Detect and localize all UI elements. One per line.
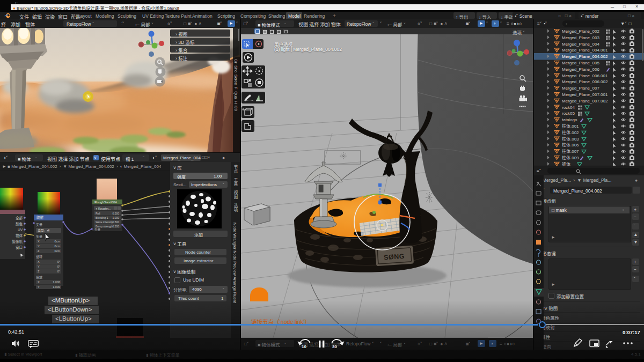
svg-text:1.000: 1.000 (53, 285, 60, 289)
svg-text:Merged_Plane_006: Merged_Plane_006 (562, 67, 599, 72)
svg-text:Y: Y (38, 245, 40, 248)
svg-text:◐ Roughn...: ◐ Roughn... (96, 207, 111, 210)
svg-text:颜色映射: 颜色映射 (119, 337, 132, 338)
svg-text:Wave intensity: Wave intensity (96, 220, 113, 224)
svg-text:0.500: 0.500 (112, 220, 119, 224)
svg-text:SØNG: SØNG (384, 253, 405, 262)
svg-text:柱体.003: 柱体.003 (562, 136, 579, 142)
svg-text:柱体.001: 柱体.001 (562, 123, 579, 129)
svg-text:0.200: 0.200 (112, 225, 119, 228)
svg-text:旋转: 旋转 (36, 255, 42, 259)
svg-text:矢量: 矢量 (36, 234, 42, 239)
svg-text:0°: 0° (57, 270, 60, 273)
svg-text:Merged_Plane_004.002: Merged_Plane_004.002 (562, 54, 608, 59)
svg-text:rock05: rock05 (562, 111, 575, 116)
svg-text:柱体.009: 柱体.009 (562, 155, 579, 160)
svg-text:窗口: 窗口 (16, 245, 23, 250)
svg-text:1.000: 1.000 (112, 216, 119, 219)
svg-text:Merged_Plane_002: Merged_Plane_002 (562, 29, 599, 34)
svg-text:Merged_Plane_007: Merged_Plane_007 (562, 86, 599, 91)
svg-text:Merged_Plane_005: Merged_Plane_005 (562, 61, 599, 65)
svg-text:缩放: 缩放 (36, 275, 42, 279)
svg-text:Merged_Plane_003: Merged_Plane_003 (562, 35, 599, 40)
svg-text:Merged_Plane_006.001: Merged_Plane_006.001 (562, 73, 608, 78)
svg-text:摄像机: 摄像机 (12, 239, 23, 244)
svg-text:Merged_Plane_006.002: Merged_Plane_006.002 (562, 79, 608, 84)
svg-text:X: X (38, 280, 40, 284)
svg-text:物体: 物体 (16, 233, 23, 238)
svg-text:1.000: 1.000 (53, 280, 60, 284)
svg-text:柱体.007: 柱体.007 (562, 149, 579, 154)
svg-text:0.500: 0.500 (112, 212, 119, 215)
svg-text:0cm: 0cm (55, 240, 61, 243)
svg-text:rock04: rock04 (562, 105, 575, 110)
svg-text:X: X (38, 260, 40, 263)
svg-text:tatalogo: tatalogo (562, 117, 577, 122)
svg-text:Merged_Plane_004.001: Merged_Plane_004.001 (562, 48, 608, 53)
svg-text:0cm: 0cm (55, 249, 61, 253)
svg-text:0cm: 0cm (55, 245, 61, 248)
svg-text:Blending 1: Blending 1 (96, 216, 108, 219)
svg-text:矢量: 矢量 (94, 227, 101, 232)
svg-text:Y: Y (38, 285, 40, 289)
svg-text:UV: UV (18, 228, 23, 232)
svg-text:Roll: Roll (96, 212, 100, 215)
svg-text:颜色: 颜色 (16, 221, 23, 226)
svg-text:Merged_Plane_007.001: Merged_Plane_007.001 (562, 92, 608, 97)
svg-text:RoughSand004: RoughSand004 (94, 201, 117, 204)
svg-text:0°: 0° (57, 260, 60, 263)
svg-text:矢量: 矢量 (36, 223, 42, 227)
svg-text:类型: 点: 类型: 点 (38, 228, 50, 233)
svg-text:全部: 全部 (16, 216, 23, 220)
svg-text:映射: 映射 (36, 215, 44, 220)
svg-text:Merged_Plane_007.002: Merged_Plane_007.002 (562, 99, 608, 104)
svg-text:柱体.006: 柱体.006 (562, 142, 579, 147)
svg-text:Merged_Plane_004: Merged_Plane_004 (562, 42, 599, 47)
svg-text:Y: Y (38, 265, 40, 268)
svg-text:0°: 0° (57, 265, 60, 268)
svg-text:柱体.002: 柱体.002 (562, 130, 579, 135)
svg-text:X: X (38, 240, 40, 243)
